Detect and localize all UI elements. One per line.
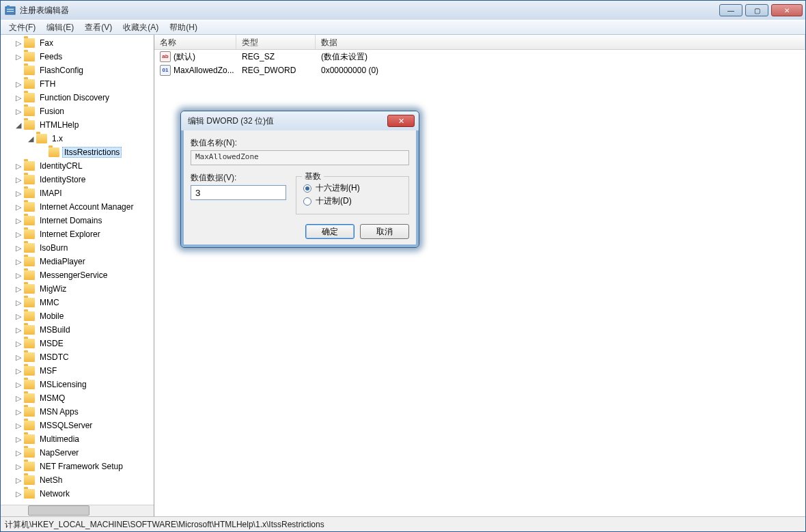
expand-icon[interactable]: ▷	[13, 271, 24, 280]
tree-item[interactable]: ▷MSSQLServer	[1, 419, 154, 432]
tree-item[interactable]: ▷Internet Account Manager	[1, 200, 154, 214]
expand-icon[interactable]: ▷	[13, 408, 24, 417]
collapse-icon[interactable]: ◢	[25, 135, 36, 143]
menu-help[interactable]: 帮助(H)	[164, 20, 203, 35]
expand-icon[interactable]: ▷	[13, 257, 24, 266]
expand-icon[interactable]: ▷	[13, 94, 24, 102]
dialog-close-button[interactable]: ✕	[387, 115, 415, 127]
expand-icon[interactable]: ▷	[13, 339, 24, 348]
tree-item[interactable]: ▷Function Discovery	[1, 91, 154, 104]
folder-icon	[24, 325, 35, 335]
tree-item[interactable]: ▷IsoBurn	[1, 241, 154, 255]
tree-item[interactable]: ▷MSBuild	[1, 323, 154, 337]
tree-item[interactable]: ▷IdentityStore	[1, 173, 154, 186]
folder-icon	[24, 489, 35, 499]
tree-item[interactable]: ▷Internet Explorer	[1, 227, 154, 241]
expand-icon[interactable]: ▷	[13, 367, 24, 376]
expand-icon[interactable]: ▷	[13, 203, 24, 212]
titlebar[interactable]: 注册表编辑器 — ▢ ✕	[1, 1, 805, 20]
expand-icon[interactable]: ▷	[13, 285, 24, 294]
menu-edit[interactable]: 编辑(E)	[41, 20, 79, 35]
expand-icon[interactable]: ▷	[13, 39, 24, 48]
collapse-icon[interactable]: ◢	[13, 121, 24, 130]
radio-dec-label: 十进制(D)	[316, 195, 352, 207]
folder-icon	[24, 257, 35, 266]
menu-file[interactable]: 文件(F)	[3, 20, 41, 35]
radio-hex[interactable]: 十六进制(H)	[303, 182, 402, 194]
value-name: MaxAllowedZo...	[173, 66, 234, 75]
tree-item[interactable]: ▷MediaPlayer	[1, 255, 154, 268]
tree-item[interactable]: ▷MMC	[1, 296, 154, 309]
tree-item[interactable]: ◢1.x	[1, 132, 154, 145]
menu-favorites[interactable]: 收藏夹(A)	[117, 20, 164, 35]
value-name-field: MaxAllowedZone	[191, 150, 409, 165]
list-row[interactable]: 01MaxAllowedZo...REG_DWORD0x00000000 (0)	[154, 64, 805, 77]
tree-item[interactable]: ▷MSDE	[1, 337, 154, 350]
expand-icon[interactable]: ▷	[13, 230, 24, 239]
expand-icon[interactable]: ▷	[13, 176, 24, 184]
expand-icon[interactable]: ▷	[13, 244, 24, 253]
minimize-button[interactable]: —	[719, 4, 742, 16]
tree-item[interactable]: ▷NET Framework Setup	[1, 460, 154, 473]
tree-item[interactable]: ▷MSLicensing	[1, 378, 154, 391]
expand-icon[interactable]: ▷	[13, 298, 24, 307]
expand-icon[interactable]: ▷	[13, 394, 24, 403]
column-header-type[interactable]: 类型	[236, 35, 316, 49]
expand-icon[interactable]: ▷	[13, 107, 24, 116]
tree-item[interactable]: FlashConfig	[1, 64, 154, 77]
tree-item[interactable]: ▷Fusion	[1, 104, 154, 118]
expand-icon[interactable]: ▷	[13, 189, 24, 198]
tree-item[interactable]: ▷MSN Apps	[1, 405, 154, 419]
expand-icon[interactable]: ▷	[13, 80, 24, 89]
dialog-titlebar[interactable]: 编辑 DWORD (32 位)值 ✕	[181, 111, 419, 130]
tree-item[interactable]: ▷Multimedia	[1, 432, 154, 446]
column-header-data[interactable]: 数据	[316, 35, 805, 49]
tree-item[interactable]: ItssRestrictions	[1, 145, 154, 159]
folder-icon	[24, 216, 35, 225]
expand-icon[interactable]: ▷	[13, 216, 24, 225]
expand-icon[interactable]: ▷	[13, 53, 24, 61]
tree-item[interactable]: ▷Fax	[1, 36, 154, 50]
tree-panel: ▷Fax▷FeedsFlashConfig▷FTH▷Function Disco…	[1, 35, 154, 516]
tree-item[interactable]: ▷MSMQ	[1, 391, 154, 405]
menu-view[interactable]: 查看(V)	[79, 20, 117, 35]
expand-icon[interactable]: ▷	[13, 326, 24, 335]
expand-icon[interactable]: ▷	[13, 353, 24, 362]
scrollbar-thumb[interactable]	[28, 505, 89, 516]
tree-item[interactable]: ▷MSDTC	[1, 350, 154, 364]
expand-icon[interactable]: ▷	[13, 449, 24, 458]
expand-icon[interactable]: ▷	[13, 312, 24, 321]
column-header-name[interactable]: 名称	[154, 35, 236, 49]
maximize-button[interactable]: ▢	[745, 4, 768, 16]
tree-item[interactable]: ◢HTMLHelp	[1, 118, 154, 132]
tree-item[interactable]: ▷MigWiz	[1, 282, 154, 296]
folder-icon	[24, 175, 35, 184]
horizontal-scrollbar[interactable]	[1, 505, 154, 516]
list-row[interactable]: ab(默认)REG_SZ(数值未设置)	[154, 50, 805, 64]
tree-item[interactable]: ▷Feeds	[1, 50, 154, 64]
radio-dec[interactable]: 十进制(D)	[303, 195, 402, 207]
ok-button[interactable]: 确定	[305, 224, 355, 239]
tree-item[interactable]: ▷NapServer	[1, 446, 154, 460]
tree-item[interactable]: ▷MessengerService	[1, 268, 154, 282]
tree-item[interactable]: ▷IdentityCRL	[1, 159, 154, 173]
expand-icon[interactable]: ▷	[13, 162, 24, 171]
tree-item-label: NapServer	[38, 447, 81, 458]
tree-item[interactable]: ▷FTH	[1, 77, 154, 91]
cancel-button[interactable]: 取消	[360, 224, 409, 239]
close-button[interactable]: ✕	[771, 4, 803, 16]
tree-item[interactable]: ▷IMAPI	[1, 186, 154, 200]
value-data-input[interactable]	[191, 185, 286, 200]
tree-item[interactable]: ▷Mobile	[1, 309, 154, 323]
expand-icon[interactable]: ▷	[13, 490, 24, 499]
tree-item[interactable]: ▷MSF	[1, 364, 154, 378]
tree-item[interactable]: ▷Network	[1, 487, 154, 501]
expand-icon[interactable]: ▷	[13, 421, 24, 430]
expand-icon[interactable]: ▷	[13, 476, 24, 485]
expand-icon[interactable]: ▷	[13, 435, 24, 444]
expand-icon[interactable]: ▷	[13, 462, 24, 471]
status-path: 计算机\HKEY_LOCAL_MACHINE\SOFTWARE\Microsof…	[5, 520, 324, 529]
expand-icon[interactable]: ▷	[13, 380, 24, 389]
tree-item[interactable]: ▷NetSh	[1, 473, 154, 487]
tree-item[interactable]: ▷Internet Domains	[1, 214, 154, 227]
